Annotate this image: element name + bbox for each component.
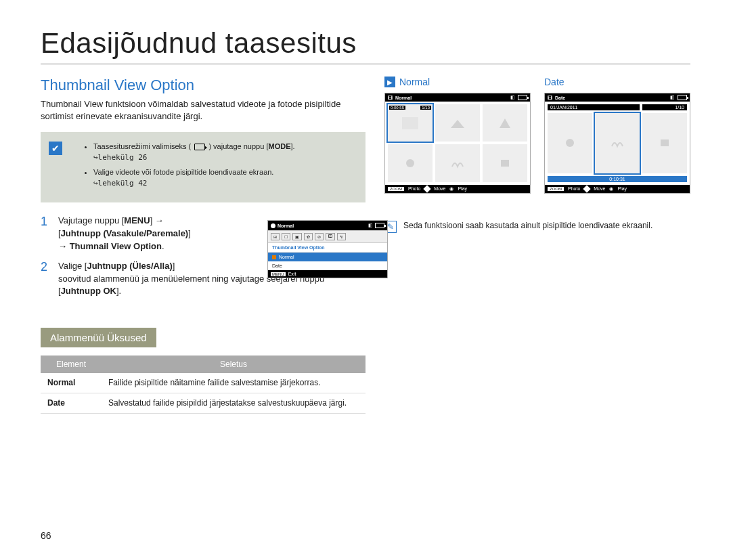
svg-rect-0 — [402, 117, 418, 129]
screen-label-normal: Normal — [399, 77, 430, 87]
menu-item-normal[interactable]: Normal — [268, 253, 387, 261]
film-icon: 🎞 — [388, 95, 393, 100]
note-box: ✔ Taasesitusrežiimi valimiseks ( ) vajut… — [41, 132, 366, 202]
thumbnail[interactable] — [435, 104, 480, 142]
ms-title: Normal — [278, 223, 294, 228]
tab-icon[interactable]: ▣ — [292, 233, 302, 240]
exit-label: Exit — [288, 272, 296, 276]
svg-point-3 — [406, 159, 414, 167]
tab-icon[interactable]: ↯ — [337, 233, 346, 240]
zoom-button[interactable]: ZOOM — [388, 187, 404, 191]
screen-normal: ▶ Normal 🎞 Normal ◧ 0:00:55 1/10 — [384, 77, 531, 194]
tab-icon[interactable]: ✿ — [304, 233, 313, 240]
signal-icon: ◧ — [510, 95, 515, 100]
rec-icon — [271, 223, 275, 228]
lcd-top-label: Date — [555, 95, 565, 100]
footer-play: Play — [617, 186, 627, 191]
menu-item-date[interactable]: Date — [268, 261, 387, 270]
mode-icon — [194, 144, 205, 150]
screen-date: Date 🎞 Date ◧ 01/JAN/2011 — [544, 77, 690, 194]
zoom-button[interactable]: ZOOM — [548, 187, 564, 191]
date-label: 01/JAN/2011 — [550, 105, 577, 110]
page-number: 66 — [41, 530, 51, 541]
page-link: ↪lehekülg 42 — [93, 179, 147, 188]
svg-marker-2 — [500, 119, 510, 128]
menu-screenshot: Normal ◧ ⊞ ☐ ▣ ✿ ⊘ ⚿ ↯ Thumbnail View Op… — [267, 220, 388, 278]
section-title: Thumbnail View Option — [41, 77, 366, 94]
tab-icon[interactable]: ⚿ — [326, 233, 335, 240]
submenu-table: Element Seletus Normal Failide pisipilti… — [41, 356, 366, 414]
step-number: 1 — [41, 215, 51, 253]
page-link: ↪lehekülg 26 — [93, 153, 147, 162]
table-header-desc: Seletus — [102, 356, 366, 373]
step-number: 2 — [41, 260, 51, 299]
footer-photo: Photo — [408, 186, 420, 191]
film-icon: 🎞 — [548, 95, 552, 100]
note-item-2: Valige videote või fotode pisipiltide lo… — [93, 167, 355, 189]
menu-tag[interactable]: MENU — [271, 272, 286, 276]
footer-photo: Photo — [568, 186, 580, 191]
intro-text: Thumbnail View funktsioon võimaldab salv… — [41, 98, 366, 123]
thumbnail[interactable] — [642, 113, 687, 173]
svg-marker-1 — [451, 120, 464, 128]
check-icon: ✔ — [49, 142, 62, 155]
play-dot-icon: ◉ — [609, 186, 613, 192]
time-row: 0:10:31 — [548, 176, 687, 182]
footnote: ✎ Seda funktsiooni saab kasutada ainult … — [384, 221, 690, 233]
tab-icon[interactable]: ⊘ — [315, 233, 324, 240]
bullet-icon — [272, 255, 276, 259]
thumbnail[interactable] — [483, 144, 527, 181]
battery-icon — [678, 95, 687, 100]
note-item-1: Taasesitusrežiimi valimiseks ( ) vajutag… — [93, 142, 355, 163]
thumbnail[interactable] — [548, 113, 592, 173]
tab-icon[interactable]: ☐ — [282, 233, 290, 240]
signal-icon: ◧ — [670, 95, 675, 100]
thumbnail[interactable]: 0:00:55 1/10 — [388, 104, 433, 142]
thumbnail[interactable] — [483, 104, 527, 142]
subsection-title: Alammenüü Üksused — [41, 328, 156, 347]
thumbnail[interactable] — [595, 113, 640, 173]
footer-move: Move — [594, 186, 605, 191]
sd-icon: ◧ — [368, 223, 373, 228]
dpad-icon — [424, 185, 431, 192]
thumbnail[interactable] — [435, 144, 480, 181]
table-header-element: Element — [41, 356, 102, 373]
dpad-icon — [583, 185, 591, 192]
table-row: Date Salvestatud failide pisipildid järj… — [41, 393, 366, 413]
svg-rect-4 — [501, 160, 509, 167]
svg-rect-6 — [661, 139, 669, 146]
screen-label-date: Date — [544, 77, 564, 87]
footnote-text: Seda funktsiooni saab kasutada ainult pi… — [403, 221, 652, 230]
tab-icon[interactable]: ⊞ — [271, 233, 280, 240]
footer-move: Move — [434, 186, 445, 191]
thumbnail[interactable] — [388, 144, 433, 181]
page-title: Edasijõudnud taasesitus — [41, 27, 690, 60]
right-column: ▶ Normal 🎞 Normal ◧ 0:00:55 1/10 — [384, 77, 690, 414]
play-dot-icon: ◉ — [449, 186, 453, 192]
table-row: Normal Failide pisipiltide näitamine fai… — [41, 373, 366, 393]
lcd-top-label: Normal — [395, 95, 412, 100]
footer-play: Play — [458, 186, 467, 191]
svg-point-5 — [566, 139, 574, 147]
count-label: 1/10 — [675, 105, 684, 110]
battery-icon — [518, 95, 527, 100]
ms-header: Thumbnail View Option — [268, 243, 387, 253]
battery-icon — [375, 223, 384, 228]
divider — [41, 64, 690, 64]
play-icon: ▶ — [384, 77, 395, 87]
